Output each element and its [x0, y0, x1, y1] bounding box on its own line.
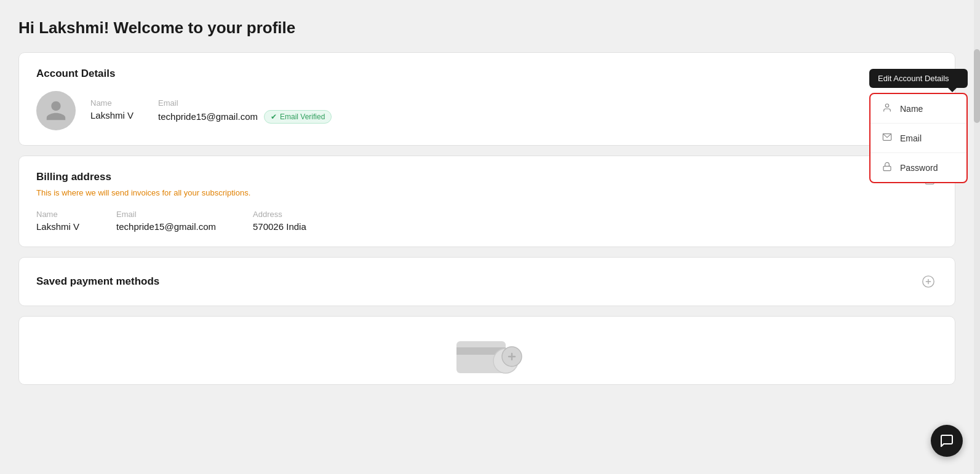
- billing-subtitle: This is where we will send invoices for …: [36, 188, 938, 197]
- tooltip-bubble: Edit Account Details: [869, 69, 968, 88]
- account-details-heading: Account Details: [36, 68, 938, 80]
- dropdown-item-name[interactable]: Name: [870, 94, 966, 124]
- name-group: Name Lakshmi V: [90, 98, 133, 124]
- account-details-row: Name Lakshmi V Email techpride15@gmail.c…: [36, 91, 938, 130]
- dropdown-email-label: Email: [900, 133, 922, 143]
- billing-info-row: Name Lakshmi V Email techpride15@gmail.c…: [36, 210, 938, 232]
- billing-name-group: Name Lakshmi V: [36, 210, 79, 232]
- billing-email-value: techpride15@gmail.com: [116, 221, 216, 232]
- payment-heading: Saved payment methods: [36, 275, 159, 288]
- page-title: Hi Lakshmi! Welcome to your profile: [18, 18, 955, 38]
- account-info: Name Lakshmi V Email techpride15@gmail.c…: [90, 98, 332, 124]
- email-row: techpride15@gmail.com ✔ Email Verified: [158, 110, 332, 124]
- dropdown-password-label: Password: [900, 163, 938, 173]
- add-payment-button[interactable]: [919, 272, 938, 291]
- billing-email-label: Email: [116, 210, 216, 219]
- email-label: Email: [158, 98, 332, 108]
- name-value: Lakshmi V: [90, 110, 133, 120]
- billing-address-card: Billing address This is where we will se…: [18, 156, 955, 247]
- saved-payment-card: Saved payment methods: [18, 257, 955, 306]
- billing-address-value: 570026 India: [253, 221, 306, 232]
- person-icon: [882, 103, 893, 114]
- billing-name-value: Lakshmi V: [36, 221, 79, 232]
- envelope-icon: [882, 132, 893, 144]
- billing-address-label: Address: [253, 210, 306, 219]
- billing-address-group: Address 570026 India: [253, 210, 306, 232]
- svg-rect-11: [883, 166, 891, 170]
- email-value: techpride15@gmail.com: [158, 111, 258, 122]
- email-verified-badge: ✔ Email Verified: [264, 110, 332, 124]
- account-details-card: Account Details Name Lakshmi V Email: [18, 52, 955, 146]
- name-label: Name: [90, 98, 133, 108]
- email-verified-text: Email Verified: [280, 113, 325, 121]
- billing-heading: Billing address: [36, 171, 938, 183]
- email-group: Email techpride15@gmail.com ✔ Email Veri…: [158, 98, 332, 124]
- dropdown-item-email[interactable]: Email: [870, 124, 966, 153]
- dropdown-name-label: Name: [900, 104, 923, 114]
- lock-icon: [882, 162, 893, 173]
- billing-email-group: Email techpride15@gmail.com: [116, 210, 216, 232]
- dropdown-item-password[interactable]: Password: [870, 153, 966, 182]
- payment-placeholder-area: [18, 316, 955, 385]
- svg-point-9: [885, 104, 888, 107]
- check-icon: ✔: [271, 113, 277, 121]
- avatar: [36, 91, 76, 130]
- chat-button[interactable]: [931, 425, 963, 457]
- billing-name-label: Name: [36, 210, 79, 219]
- payment-placeholder-graphic: [19, 317, 955, 384]
- edit-account-dropdown: Name Email Password: [869, 93, 968, 183]
- edit-account-tooltip: Edit Account Details Name Email: [869, 69, 968, 183]
